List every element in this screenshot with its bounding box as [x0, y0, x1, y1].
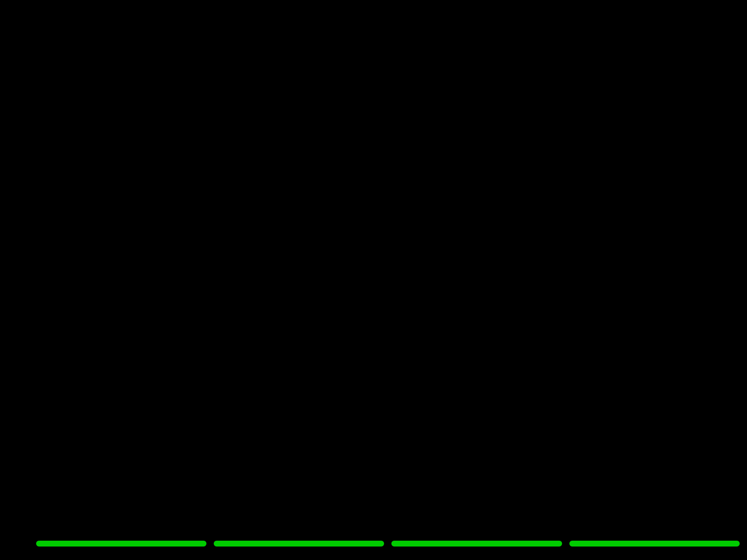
matches-button[interactable] — [214, 541, 384, 547]
bottom-bar — [0, 527, 747, 560]
definition-button[interactable] — [569, 541, 740, 547]
keyboard-panel — [359, 0, 746, 529]
score-time — [7, 533, 18, 555]
menu-button[interactable] — [36, 541, 206, 547]
extra-letter-button[interactable] — [391, 541, 562, 547]
